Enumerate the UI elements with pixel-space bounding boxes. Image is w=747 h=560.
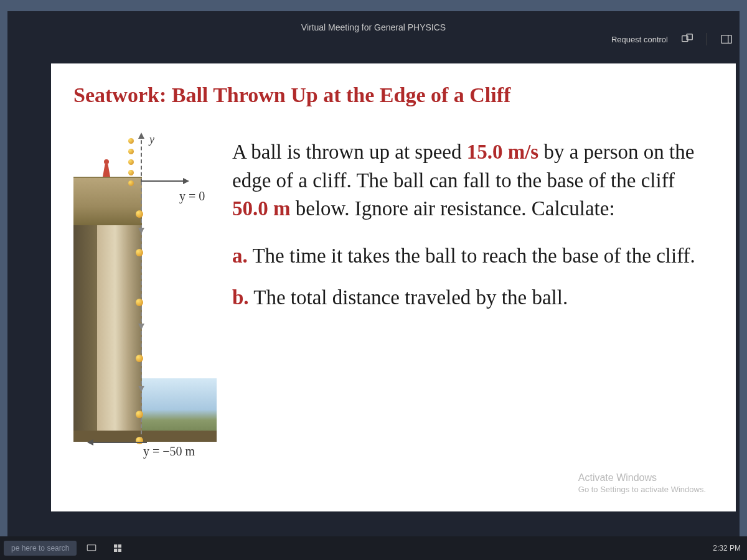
question-a-text: The time it takes the ball to reach the … [248, 245, 695, 267]
taskbar: pe here to search 2:32 PM [0, 536, 747, 560]
app-icon[interactable] [106, 536, 129, 560]
meeting-window: Virtual Meeting for General PHYSICS Requ… [7, 11, 740, 536]
intro-text-3: below. Ignore air resistance. Calculate: [291, 197, 615, 220]
y-fifty-label: y = −50 m [143, 444, 195, 459]
panel-icon[interactable] [720, 32, 733, 46]
watermark-line2: Go to Settings to activate Windows. [578, 485, 706, 495]
question-b-text: The total distance traveled by the ball. [249, 286, 568, 309]
height-value: 50.0 m [232, 197, 291, 220]
question-b-letter: b. [232, 286, 249, 309]
speed-value: 15.0 m/s [467, 141, 539, 163]
presentation-slide: Seatwork: Ball Thrown Up at the Edge of … [51, 63, 736, 511]
svg-rect-2 [721, 35, 732, 44]
request-control-button[interactable]: Request control [611, 35, 668, 44]
task-view-icon[interactable] [80, 536, 103, 560]
intro-text-1: A ball is thrown up at speed [232, 141, 467, 163]
watermark-line1: Activate Windows [578, 472, 706, 485]
shared-content-area: Seatwork: Ball Thrown Up at the Edge of … [7, 50, 740, 536]
person-icon [101, 159, 112, 179]
problem-text: A ball is thrown up at speed 15.0 m/s by… [232, 137, 711, 473]
svg-rect-4 [88, 545, 96, 551]
y-axis-label: y [149, 133, 154, 146]
divider [707, 33, 707, 45]
clock[interactable]: 2:32 PM [713, 544, 741, 553]
svg-rect-8 [118, 549, 121, 552]
question-a-letter: a. [232, 245, 248, 267]
svg-rect-5 [114, 544, 117, 548]
meeting-topbar: Virtual Meeting for General PHYSICS Requ… [7, 11, 740, 50]
meeting-title: Virtual Meeting for General PHYSICS [301, 22, 446, 32]
slide-title: Seatwork: Ball Thrown Up at the Edge of … [73, 83, 711, 107]
search-input[interactable]: pe here to search [4, 541, 77, 556]
svg-rect-7 [114, 549, 117, 552]
popout-icon[interactable] [680, 32, 694, 46]
cliff-diagram: y y = 0 y = −50 m [73, 137, 214, 473]
y-zero-label: y = 0 [179, 189, 205, 203]
windows-watermark: Activate Windows Go to Settings to activ… [578, 472, 706, 495]
svg-rect-6 [118, 544, 121, 548]
